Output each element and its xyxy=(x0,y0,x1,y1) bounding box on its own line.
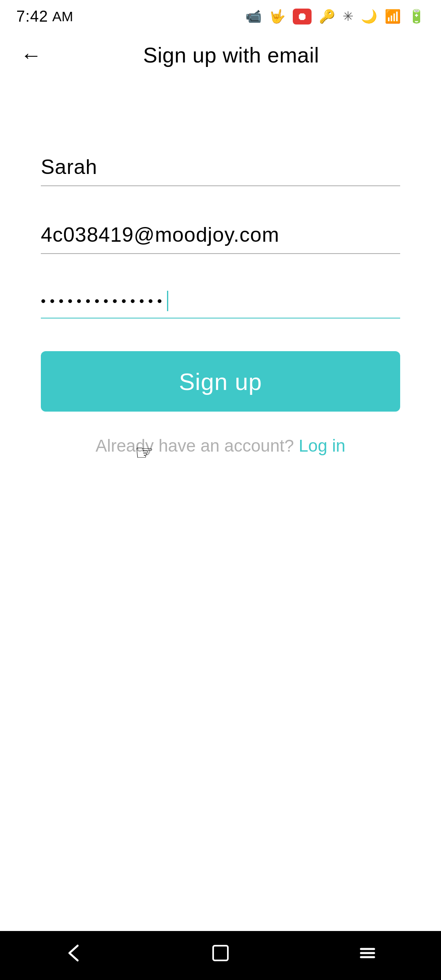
camera-icon: 📹 xyxy=(245,9,262,24)
email-input[interactable] xyxy=(41,219,400,254)
nav-back-button[interactable] xyxy=(51,938,96,973)
name-input[interactable] xyxy=(41,151,400,186)
already-account-text: Already have an account? xyxy=(96,436,294,455)
name-field-group xyxy=(41,151,400,186)
password-field-group: •••••••••••••• xyxy=(41,287,400,318)
page-title: Sign up with email xyxy=(42,43,421,67)
nav-home-button[interactable] xyxy=(198,938,243,973)
status-time: 7:42 xyxy=(16,8,48,25)
status-ampm: AM xyxy=(52,9,73,24)
header: ← Sign up with email xyxy=(0,33,441,78)
signup-button[interactable]: Sign up xyxy=(41,351,400,412)
bottom-nav xyxy=(0,931,441,980)
record-badge-icon: ⏺ xyxy=(293,9,312,24)
battery-icon: 🔋 xyxy=(408,9,425,24)
svg-rect-0 xyxy=(213,946,228,960)
signup-form: •••••••••••••• Sign up Already have an a… xyxy=(0,151,441,456)
status-icons: 📹 🤟 ⏺ 🔑 ✳ 🌙 📶 🔋 xyxy=(245,9,425,24)
password-dots: •••••••••••••• xyxy=(41,294,166,308)
key-icon: 🔑 xyxy=(319,9,335,24)
email-field-group xyxy=(41,219,400,254)
moon-icon: 🌙 xyxy=(361,9,377,24)
nav-menu-button[interactable] xyxy=(345,938,390,973)
wifi-icon: 📶 xyxy=(385,9,401,24)
back-button[interactable]: ← xyxy=(20,45,42,66)
login-link[interactable]: Log in xyxy=(298,436,345,455)
status-bar: 7:42 AM 📹 🤟 ⏺ 🔑 ✳ 🌙 📶 🔋 xyxy=(0,0,441,33)
login-row: Already have an account? Log in xyxy=(41,436,400,456)
bluetooth-icon: ✳ xyxy=(343,9,354,24)
password-display: •••••••••••••• xyxy=(41,287,400,318)
gesture-icon: 🤟 xyxy=(269,9,285,24)
password-cursor xyxy=(167,291,168,311)
